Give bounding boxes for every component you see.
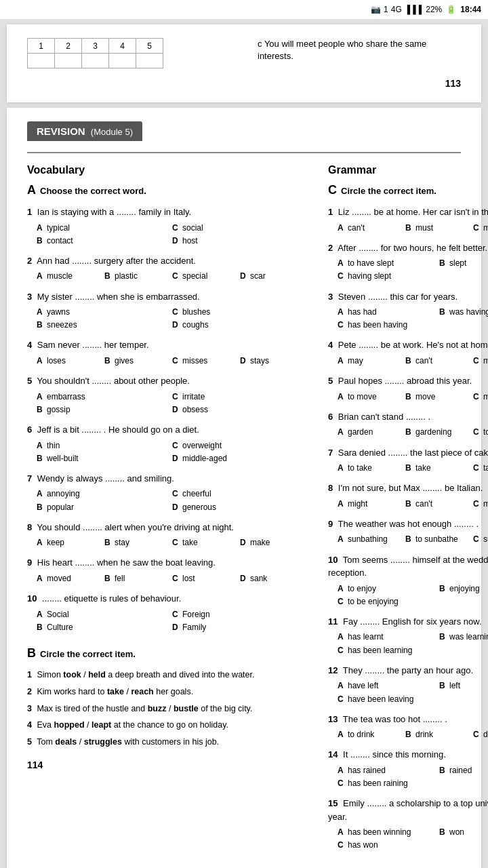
vocab-q4: 4 Sam never ........ her temper. A loses… bbox=[27, 338, 308, 368]
grammar-q11: 11 Fay ........ English for six years no… bbox=[328, 615, 488, 657]
grammar-q6: 6 Brian can't stand ........ . A garden … bbox=[328, 410, 488, 439]
section-c-block: C Circle the correct item. 1 Liz .......… bbox=[328, 183, 488, 852]
q10-answers: A Social C Foreign B Culture D Family bbox=[27, 608, 308, 634]
grammar-q12: 12 They ........ the party an hour ago. … bbox=[328, 664, 488, 706]
battery-percentage: 22% bbox=[426, 5, 442, 14]
circle-q1: 1 Simon took / held a deep breath and di… bbox=[27, 669, 308, 682]
grammar-q15: 15 Emily ........ a scholarship to a top… bbox=[328, 797, 488, 852]
grid-cell-4: 4 bbox=[109, 39, 136, 54]
grid-cell-1: 1 bbox=[28, 39, 55, 54]
grid-cell-2: 2 bbox=[55, 39, 82, 54]
revision-header-block: REVISION (Module 5) bbox=[27, 121, 461, 153]
section-a-instruction: Choose the correct word. bbox=[40, 186, 146, 196]
circle-q5: 5 Tom deals / struggles with customers i… bbox=[27, 736, 308, 749]
grammar-q14: 14 It ........ since this morning. A has… bbox=[328, 748, 488, 790]
grid-cell-2b bbox=[55, 54, 82, 68]
section-a-letter: A bbox=[27, 183, 36, 197]
vocab-q7: 7 Wendy is always ........ and smiling. … bbox=[27, 472, 308, 514]
page-number-top: 113 bbox=[27, 78, 461, 89]
grammar-q1: 1 Liz ........ be at home. Her car isn't… bbox=[328, 205, 488, 235]
circle-q4: 4 Eva hopped / leapt at the chance to go… bbox=[27, 719, 308, 732]
numbered-table-wrapper: 1 2 3 4 5 bbox=[27, 38, 163, 71]
grammar-q9: 9 The weather was hot enough ........ . … bbox=[328, 517, 488, 547]
vocab-q1: 1 Ian is staying with a ........ family … bbox=[27, 205, 308, 248]
grid-cell-1b bbox=[28, 54, 55, 68]
numbered-grid: 1 2 3 4 5 bbox=[27, 38, 163, 68]
section-b-instruction: Circle the correct item. bbox=[40, 649, 136, 659]
vocab-q2: 2 Ann had ........ surgery after the acc… bbox=[27, 254, 308, 283]
vocabulary-title: Vocabulary bbox=[27, 164, 308, 176]
two-col-layout: Vocabulary A Choose the correct word. 1 … bbox=[27, 164, 461, 859]
vocab-q10: 10 ........ etiquette is rules of behavi… bbox=[27, 592, 308, 634]
circle-q3: 3 Max is tired of the hustle and buzz / … bbox=[27, 703, 308, 715]
q6-answers: A thin C overweight B well-built D middl… bbox=[27, 439, 308, 465]
vocabulary-column: Vocabulary A Choose the correct word. 1 … bbox=[27, 164, 308, 859]
signal-bars: ▐▐▐ bbox=[405, 5, 422, 14]
q2-answers: A muscle B plastic C special D scar bbox=[27, 270, 308, 283]
q9-answers: A moved B fell C lost D sank bbox=[27, 572, 308, 585]
clock: 18:44 bbox=[460, 5, 481, 14]
revision-header: REVISION (Module 5) bbox=[27, 121, 142, 141]
q5-answers: A embarrass C irritate B gossip D obsess bbox=[27, 391, 308, 416]
status-icons: 📷 1 4G ▐▐▐ bbox=[371, 5, 422, 14]
grid-cell-3b bbox=[82, 54, 109, 68]
circle-q2: 2 Kim works hard to take / reach her goa… bbox=[27, 686, 308, 698]
q4-answers: A loses B gives C misses D stays bbox=[27, 355, 308, 368]
q3-answers: A yawns C blushes B sneezes D coughs bbox=[27, 306, 308, 332]
grid-cell-4b bbox=[109, 54, 136, 68]
section-c-letter: C bbox=[328, 183, 337, 197]
grammar-q4: 4 Pete ........ be at work. He's not at … bbox=[328, 338, 488, 368]
q1-answers: A typical C social B contact D host bbox=[27, 222, 308, 248]
vocab-q5: 5 You shouldn't ........ about other peo… bbox=[27, 374, 308, 416]
grammar-column: Grammar C Circle the correct item. 1 Liz… bbox=[328, 164, 488, 859]
sim-icon: 1 bbox=[384, 5, 388, 14]
vocab-q8: 8 You should ........ alert when you're … bbox=[27, 521, 308, 550]
section-b-letter: B bbox=[27, 646, 36, 660]
grammar-q2: 2 After ........ for two hours, he felt … bbox=[328, 241, 488, 283]
grid-cell-3: 3 bbox=[82, 39, 109, 54]
grammar-q7: 7 Sara denied ........ the last piece of… bbox=[328, 446, 488, 475]
grid-cell-5: 5 bbox=[136, 39, 163, 54]
grammar-q10: 10 Tom seems ........ himself at the wed… bbox=[328, 553, 488, 608]
battery-icon: 🔋 bbox=[446, 5, 456, 14]
page-number-bottom: 114 bbox=[27, 760, 308, 770]
top-card: 1 2 3 4 5 c You will meet people who sha… bbox=[7, 24, 481, 102]
vocab-q9: 9 His heart ........ when he saw the boa… bbox=[27, 556, 308, 585]
intro-text: c You will meet people who share the sam… bbox=[258, 38, 461, 62]
grammar-q13: 13 The tea was too hot ........ . A to d… bbox=[328, 713, 488, 742]
grammar-q8: 8 I'm not sure, but Max ........ be Ital… bbox=[328, 481, 488, 511]
q7-answers: A annoying C cheerful B popular D genero… bbox=[27, 488, 308, 513]
grammar-title: Grammar bbox=[328, 164, 488, 176]
network-icon: 4G bbox=[391, 5, 402, 14]
grammar-q5: 5 Paul hopes ........ abroad this year. … bbox=[328, 374, 488, 403]
vocab-q6: 6 Jeff is a bit ........ . He should go … bbox=[27, 423, 308, 465]
q8-answers: A keep B stay C take D make bbox=[27, 536, 308, 549]
grid-cell-5b bbox=[136, 54, 163, 68]
status-bar: 📷 1 4G ▐▐▐ 22% 🔋 18:44 bbox=[0, 0, 488, 19]
vocab-q3: 3 My sister ........ when she is embarra… bbox=[27, 290, 308, 332]
section-a-block: A Choose the correct word. 1 Ian is stay… bbox=[27, 183, 308, 634]
section-c-instruction: Circle the correct item. bbox=[341, 186, 436, 196]
top-section: 1 2 3 4 5 c You will meet people who sha… bbox=[27, 38, 461, 71]
revision-card-main: REVISION (Module 5) Vocabulary A Choose … bbox=[7, 108, 481, 868]
section-b-block: B Circle the correct item. 1 Simon took … bbox=[27, 646, 308, 749]
grammar-q3: 3 Steven ........ this car for years. A … bbox=[328, 290, 488, 332]
sd-icon: 📷 bbox=[371, 5, 381, 14]
